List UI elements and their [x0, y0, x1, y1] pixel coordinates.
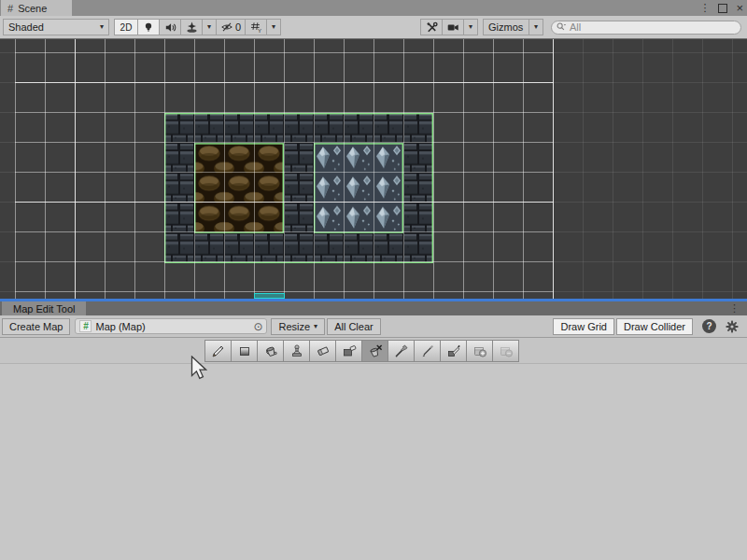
rect-eraser-icon — [342, 343, 357, 358]
resize-dropdown[interactable]: Resize ▾ — [271, 318, 325, 335]
line-brush-tool-button[interactable] — [414, 340, 441, 362]
window-controls: ⋮ × — [699, 0, 743, 16]
brush-square-icon — [446, 343, 461, 358]
scene-grid-toggle-button[interactable]: Y — [245, 19, 267, 35]
grid-axis-icon: Y — [249, 21, 263, 35]
remove-layer-tool-button[interactable] — [492, 340, 519, 362]
stamp-tool-button[interactable] — [283, 340, 310, 362]
lightbulb-icon — [142, 21, 155, 34]
active-cell-highlight — [254, 293, 285, 299]
paint-bucket-icon — [263, 343, 278, 358]
search-placeholder: All — [570, 21, 581, 33]
map-object-field[interactable]: # Map (Map) ⊙ — [75, 318, 267, 334]
create-map-label: Create Map — [9, 321, 63, 332]
tilemap-asset-icon: # — [79, 320, 92, 332]
add-layer-tool-button[interactable] — [466, 340, 493, 362]
lighting-toggle-button[interactable] — [137, 19, 160, 35]
effects-star-icon — [185, 21, 199, 35]
chevron-down-icon: ▾ — [534, 23, 538, 31]
draw-grid-label: Draw Grid — [560, 321, 607, 332]
2d-toggle-button[interactable]: 2D — [114, 19, 138, 35]
2d-label: 2D — [120, 22, 133, 33]
chevron-down-icon: ▾ — [314, 323, 317, 330]
stamp-icon — [289, 343, 304, 358]
chevron-down-icon: ▾ — [207, 23, 211, 31]
draw-grid-toggle[interactable]: Draw Grid — [553, 318, 614, 335]
chevron-down-icon: ▾ — [100, 23, 104, 31]
pencil-tool-button[interactable] — [204, 340, 232, 362]
box-minus-icon — [499, 343, 514, 358]
scene-visibility-button[interactable]: 0 — [216, 19, 246, 35]
scene-viewport[interactable] — [0, 39, 747, 299]
component-tools-button[interactable] — [420, 19, 443, 35]
tilemap[interactable] — [164, 113, 433, 263]
camera-icon — [446, 21, 460, 35]
create-map-button[interactable]: Create Map — [2, 318, 70, 335]
object-picker-icon[interactable]: ⊙ — [253, 321, 262, 332]
scene-grid-icon: # — [7, 3, 13, 14]
map-panel-toolbar: Create Map # Map (Map) ⊙ Resize ▾ All Cl… — [0, 315, 747, 338]
eyedropper-icon — [394, 343, 409, 358]
bucket-erase-icon — [368, 343, 383, 358]
shading-mode-label: Shaded — [8, 21, 44, 33]
speaker-icon — [163, 21, 177, 35]
thin-brush-icon — [420, 343, 435, 358]
search-icon — [556, 21, 567, 33]
rect-fill-tool-button[interactable] — [231, 340, 258, 362]
scene-search-input[interactable]: All — [551, 21, 741, 35]
chevron-down-icon: ▾ — [469, 23, 472, 31]
scene-tabbar: # Scene ⋮ × — [0, 0, 747, 16]
eye-slash-icon — [220, 21, 233, 34]
map-panel-body — [0, 364, 747, 560]
draw-collider-toggle[interactable]: Draw Collider — [616, 318, 693, 335]
rect-erase-tool-button[interactable] — [335, 340, 362, 362]
kebab-menu-icon[interactable]: ⋮ — [699, 3, 710, 13]
audio-toggle-button[interactable] — [159, 19, 181, 35]
box-plus-icon — [472, 343, 487, 358]
draw-collider-label: Draw Collider — [624, 321, 685, 332]
eyedropper-tool-button[interactable] — [388, 340, 415, 362]
scene-tab-label: Scene — [18, 3, 47, 14]
kebab-menu-icon[interactable]: ⋮ — [729, 302, 740, 315]
hidden-count: 0 — [235, 21, 241, 33]
eraser-tool-button[interactable] — [309, 340, 336, 362]
crossed-tools-icon — [425, 21, 439, 35]
map-tools-row — [0, 338, 747, 364]
paint-over-tool-button[interactable] — [440, 340, 467, 362]
shading-mode-dropdown[interactable]: Shaded ▾ — [3, 19, 109, 35]
tab-map-edit-tool[interactable]: Map Edit Tool — [2, 301, 86, 315]
pencil-icon — [211, 343, 226, 358]
gizmos-button[interactable]: Gizmos — [483, 19, 529, 35]
help-button[interactable]: ? — [702, 319, 716, 333]
effects-toggle-button[interactable] — [180, 19, 203, 35]
bucket-fill-tool-button[interactable] — [257, 340, 284, 362]
filled-square-icon — [237, 343, 252, 358]
scene-toolbar: Shaded ▾ 2D — [0, 16, 747, 39]
settings-gear-icon[interactable] — [725, 319, 740, 334]
map-panel-tab-label: Map Edit Tool — [13, 303, 75, 315]
chevron-down-icon: ▾ — [272, 23, 275, 31]
bucket-erase-tool-button[interactable] — [361, 340, 388, 362]
map-panel-tabbar: Map Edit Tool ⋮ — [0, 301, 747, 315]
eraser-icon — [316, 343, 331, 358]
svg-text:Y: Y — [258, 27, 261, 34]
gizmos-label: Gizmos — [488, 21, 523, 33]
help-icon: ? — [706, 321, 712, 331]
close-icon[interactable]: × — [736, 2, 743, 14]
resize-label: Resize — [278, 321, 310, 332]
gizmos-dropdown-button[interactable]: ▾ — [529, 19, 543, 35]
camera-settings-button[interactable] — [442, 19, 464, 35]
camera-dropdown-button[interactable]: ▾ — [463, 19, 478, 35]
unity-editor-window: # Scene ⋮ × Shaded ▾ 2D — [0, 0, 747, 560]
maximize-icon[interactable] — [718, 4, 727, 13]
grid-dropdown-button[interactable]: ▾ — [266, 19, 281, 35]
tab-scene[interactable]: # Scene — [1, 0, 72, 16]
map-object-label: Map (Map) — [95, 321, 145, 332]
all-clear-button[interactable]: All Clear — [327, 318, 381, 335]
all-clear-label: All Clear — [334, 321, 374, 332]
effects-dropdown-button[interactable]: ▾ — [202, 19, 217, 35]
